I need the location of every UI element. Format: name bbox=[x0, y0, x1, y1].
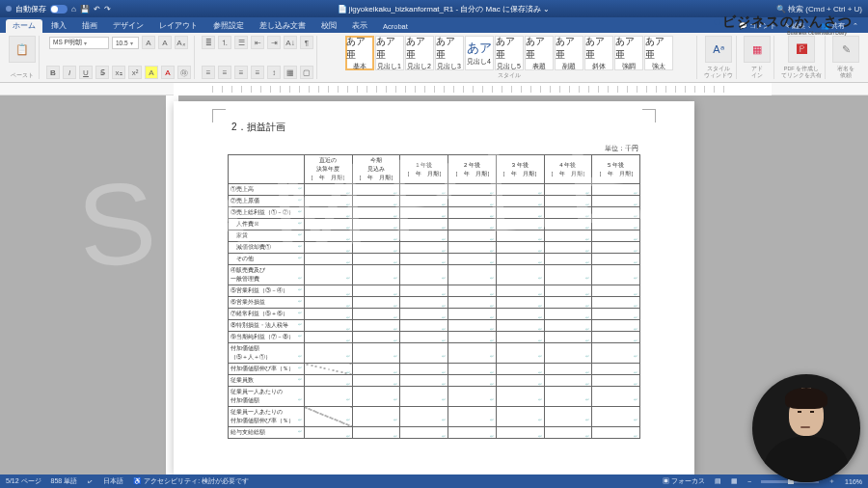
table-cell[interactable] bbox=[496, 320, 544, 332]
table-cell[interactable] bbox=[592, 219, 640, 230]
font-name-select[interactable]: MS P明朝 bbox=[49, 37, 109, 49]
italic-icon[interactable]: I bbox=[63, 66, 76, 79]
table-cell[interactable] bbox=[352, 230, 400, 242]
table-cell[interactable] bbox=[496, 207, 544, 219]
styles-pane-button[interactable]: Aᵃ bbox=[705, 36, 732, 63]
table-cell[interactable] bbox=[544, 320, 592, 332]
table-cell[interactable] bbox=[496, 254, 544, 265]
style-bold[interactable]: あア亜強太 bbox=[644, 36, 673, 70]
language-indicator[interactable]: 日本語 bbox=[103, 476, 123, 486]
table-cell[interactable] bbox=[592, 332, 640, 343]
table-cell[interactable] bbox=[496, 285, 544, 297]
table-cell[interactable] bbox=[592, 407, 640, 427]
align-right-icon[interactable]: ≡ bbox=[234, 66, 248, 79]
justify-icon[interactable]: ≡ bbox=[251, 66, 264, 79]
bullets-icon[interactable]: ≣ bbox=[202, 36, 215, 49]
table-cell[interactable] bbox=[352, 375, 400, 387]
table-cell[interactable] bbox=[305, 364, 353, 375]
table-cell[interactable] bbox=[400, 332, 448, 343]
focus-mode-button[interactable]: ▣ フォーカス bbox=[663, 476, 705, 486]
table-cell[interactable] bbox=[305, 332, 353, 343]
tab-review[interactable]: 校閲 bbox=[314, 19, 343, 33]
table-cell[interactable] bbox=[544, 332, 592, 343]
table-cell[interactable] bbox=[400, 285, 448, 297]
table-cell[interactable] bbox=[448, 230, 497, 242]
table-cell[interactable] bbox=[352, 387, 400, 407]
table-cell[interactable] bbox=[496, 242, 544, 254]
highlight-icon[interactable]: A bbox=[145, 66, 158, 79]
page-indicator[interactable]: 5/12 ページ bbox=[6, 476, 41, 486]
table-cell[interactable] bbox=[496, 184, 544, 196]
table-cell[interactable] bbox=[544, 219, 592, 230]
indent-inc-icon[interactable]: ⇥ bbox=[267, 36, 281, 49]
style-normal[interactable]: あア亜基本 bbox=[345, 36, 374, 70]
table-cell[interactable] bbox=[496, 407, 544, 427]
undo-icon[interactable]: ↶ bbox=[94, 5, 100, 14]
table-cell[interactable] bbox=[400, 297, 448, 309]
bold-icon[interactable]: B bbox=[46, 66, 60, 79]
font-color-icon[interactable]: A bbox=[161, 66, 175, 79]
table-cell[interactable] bbox=[592, 230, 640, 242]
table-cell[interactable] bbox=[305, 407, 353, 427]
table-cell[interactable] bbox=[305, 230, 353, 242]
table-cell[interactable] bbox=[592, 207, 640, 219]
table-cell[interactable] bbox=[305, 196, 353, 207]
table-cell[interactable] bbox=[448, 219, 497, 230]
table-cell[interactable] bbox=[305, 343, 353, 364]
create-pdf-button[interactable]: 🅿 bbox=[788, 36, 815, 63]
addins-button[interactable]: ▦ bbox=[744, 36, 771, 63]
view-print-icon[interactable]: ▤ bbox=[715, 477, 721, 485]
table-cell[interactable] bbox=[400, 184, 448, 196]
clear-format-icon[interactable]: Aₓ bbox=[175, 36, 188, 49]
indent-dec-icon[interactable]: ⇤ bbox=[251, 36, 264, 49]
table-cell[interactable] bbox=[305, 242, 353, 254]
table-cell[interactable] bbox=[544, 285, 592, 297]
table-cell[interactable] bbox=[448, 375, 497, 387]
table-cell[interactable] bbox=[448, 427, 497, 439]
spellcheck-icon[interactable]: 🗸 bbox=[87, 478, 94, 485]
table-cell[interactable] bbox=[352, 184, 400, 196]
superscript-icon[interactable]: x² bbox=[128, 66, 142, 79]
table-cell[interactable] bbox=[496, 230, 544, 242]
table-cell[interactable] bbox=[305, 387, 353, 407]
subscript-icon[interactable]: x₂ bbox=[112, 66, 125, 79]
table-cell[interactable] bbox=[592, 427, 640, 439]
save-icon[interactable]: 💾 bbox=[80, 5, 90, 14]
table-cell[interactable] bbox=[592, 184, 640, 196]
style-strong[interactable]: あア亜強調 bbox=[614, 36, 643, 70]
table-cell[interactable] bbox=[496, 309, 544, 320]
table-cell[interactable] bbox=[305, 309, 353, 320]
grow-font-icon[interactable]: A bbox=[142, 36, 155, 49]
table-cell[interactable] bbox=[592, 375, 640, 387]
table-cell[interactable] bbox=[400, 265, 448, 285]
table-cell[interactable] bbox=[448, 242, 497, 254]
table-cell[interactable] bbox=[592, 196, 640, 207]
table-cell[interactable] bbox=[400, 427, 448, 439]
table-cell[interactable] bbox=[448, 196, 497, 207]
ribbon-collapse-icon[interactable]: ⌃ bbox=[853, 22, 858, 30]
tab-insert[interactable]: 挿入 bbox=[44, 19, 73, 33]
table-cell[interactable] bbox=[305, 297, 353, 309]
table-cell[interactable] bbox=[592, 265, 640, 285]
numbering-icon[interactable]: ⒈ bbox=[218, 36, 231, 49]
table-cell[interactable] bbox=[592, 242, 640, 254]
table-cell[interactable] bbox=[352, 207, 400, 219]
table-cell[interactable] bbox=[400, 196, 448, 207]
table-cell[interactable] bbox=[544, 254, 592, 265]
accessibility-indicator[interactable]: ♿ アクセシビリティ: 検討が必要です bbox=[133, 476, 249, 486]
table-cell[interactable] bbox=[305, 219, 353, 230]
table-cell[interactable] bbox=[544, 364, 592, 375]
table-cell[interactable] bbox=[496, 297, 544, 309]
table-cell[interactable] bbox=[305, 285, 353, 297]
table-cell[interactable] bbox=[544, 207, 592, 219]
style-h4[interactable]: あア見出し4 bbox=[465, 36, 494, 70]
table-cell[interactable] bbox=[544, 375, 592, 387]
autosave-toggle[interactable] bbox=[50, 5, 68, 14]
table-cell[interactable] bbox=[496, 343, 544, 364]
table-cell[interactable] bbox=[448, 285, 497, 297]
shading-icon[interactable]: ▦ bbox=[284, 66, 297, 79]
table-cell[interactable] bbox=[448, 320, 497, 332]
multilevel-icon[interactable]: ☰ bbox=[234, 36, 248, 49]
table-cell[interactable] bbox=[400, 407, 448, 427]
table-cell[interactable] bbox=[352, 285, 400, 297]
